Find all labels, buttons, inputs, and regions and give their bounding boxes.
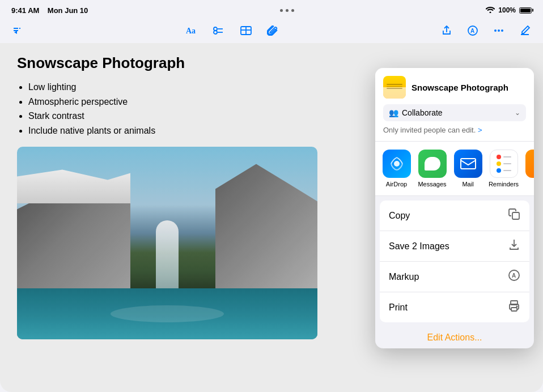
toolbar: Aa	[0, 18, 543, 43]
edit-actions[interactable]: Edit Actions...	[375, 327, 534, 348]
toolbar-right: A	[438, 22, 534, 40]
print-action-item[interactable]: Print	[380, 292, 529, 322]
more-options-button[interactable]	[490, 22, 508, 40]
save-images-action-item[interactable]: Save 2 Images	[380, 231, 529, 262]
airdrop-icon	[383, 150, 411, 178]
svg-point-15	[501, 29, 503, 32]
status-date: Mon Jun 10	[48, 6, 88, 15]
share-panel: Snowscape Photograph 👥 Collaborate ⌄ Onl…	[375, 68, 534, 348]
more-app-icon: F	[525, 150, 534, 178]
svg-text:A: A	[512, 272, 516, 279]
messages-label: Messages	[418, 181, 446, 188]
more-share-app[interactable]: F Fr...	[524, 150, 534, 188]
status-indicators: 100%	[486, 6, 532, 15]
people-icon: 👥	[389, 108, 398, 117]
table-button[interactable]	[237, 22, 255, 40]
markup-button[interactable]: A	[464, 22, 482, 40]
collaborate-dropdown[interactable]: 👥 Collaborate ⌄	[383, 104, 526, 121]
reminders-label: Reminders	[489, 181, 519, 188]
compose-button[interactable]	[516, 22, 534, 40]
mail-icon	[454, 150, 482, 178]
svg-text:Aa: Aa	[186, 27, 196, 35]
copy-action-item[interactable]: Copy	[380, 201, 529, 231]
battery-icon	[519, 7, 532, 14]
share-apps-row: AirDrop Messages	[381, 150, 528, 188]
share-apps-section: AirDrop Messages	[375, 142, 534, 196]
toolbar-center: Aa	[183, 22, 282, 40]
print-icon	[508, 300, 520, 315]
attach-button[interactable]	[264, 22, 282, 40]
svg-point-24	[516, 306, 518, 308]
share-note-title: Snowscape Photograph	[412, 83, 508, 92]
reminders-share-app[interactable]: Reminders	[488, 150, 519, 188]
status-time-date: 9:41 AM Mon Jun 10	[11, 6, 88, 15]
content-area: Snowscape Photograph Low lighting Atmosp…	[0, 43, 543, 392]
edit-actions-label: Edit Actions...	[427, 333, 482, 342]
markup-label: Markup	[389, 272, 419, 282]
status-bar: 9:41 AM Mon Jun 10 100%	[0, 0, 543, 18]
svg-rect-18	[512, 212, 519, 219]
messages-share-app[interactable]: Messages	[417, 150, 448, 188]
save-images-label: Save 2 Images	[389, 241, 449, 252]
note-app-icon	[383, 76, 406, 99]
svg-point-5	[214, 31, 217, 34]
status-dots	[280, 9, 294, 12]
collab-title-row: Snowscape Photograph	[383, 76, 526, 99]
collab-header: Snowscape Photograph 👥 Collaborate ⌄ Onl…	[375, 68, 534, 142]
svg-text:A: A	[470, 28, 474, 34]
collab-info-link[interactable]: >	[478, 126, 482, 134]
chevron-down-icon: ⌄	[515, 109, 520, 117]
airdrop-label: AirDrop	[386, 181, 407, 188]
airdrop-share-app[interactable]: AirDrop	[381, 150, 412, 188]
wifi-icon	[486, 6, 495, 15]
checklist-button[interactable]	[210, 22, 228, 40]
svg-point-14	[498, 29, 500, 32]
format-text-button[interactable]: Aa	[183, 22, 201, 40]
copy-label: Copy	[389, 211, 410, 221]
mail-share-app[interactable]: Mail	[452, 150, 483, 188]
svg-point-13	[494, 29, 497, 32]
share-button[interactable]	[438, 22, 456, 40]
svg-point-16	[394, 161, 400, 167]
svg-rect-17	[461, 159, 476, 169]
messages-icon	[418, 150, 447, 178]
svg-rect-23	[511, 308, 517, 311]
ipad-frame: 9:41 AM Mon Jun 10 100%	[0, 0, 543, 392]
collapse-button[interactable]	[9, 22, 27, 40]
save-images-icon	[508, 238, 520, 254]
markup-action-icon: A	[508, 269, 520, 284]
markup-action-item[interactable]: Markup A	[380, 262, 529, 292]
collab-permission-info: Only invited people can edit. >	[383, 126, 526, 134]
status-time: 9:41 AM	[11, 6, 39, 15]
svg-point-4	[214, 27, 217, 31]
reminders-icon	[490, 150, 518, 178]
battery-percent: 100%	[498, 6, 516, 14]
copy-icon	[508, 208, 520, 223]
collaborate-label: Collaborate	[402, 108, 443, 117]
action-list: Copy Save 2 Images	[380, 201, 529, 322]
print-label: Print	[389, 302, 408, 313]
toolbar-left	[9, 22, 27, 40]
mail-label: Mail	[462, 181, 473, 188]
